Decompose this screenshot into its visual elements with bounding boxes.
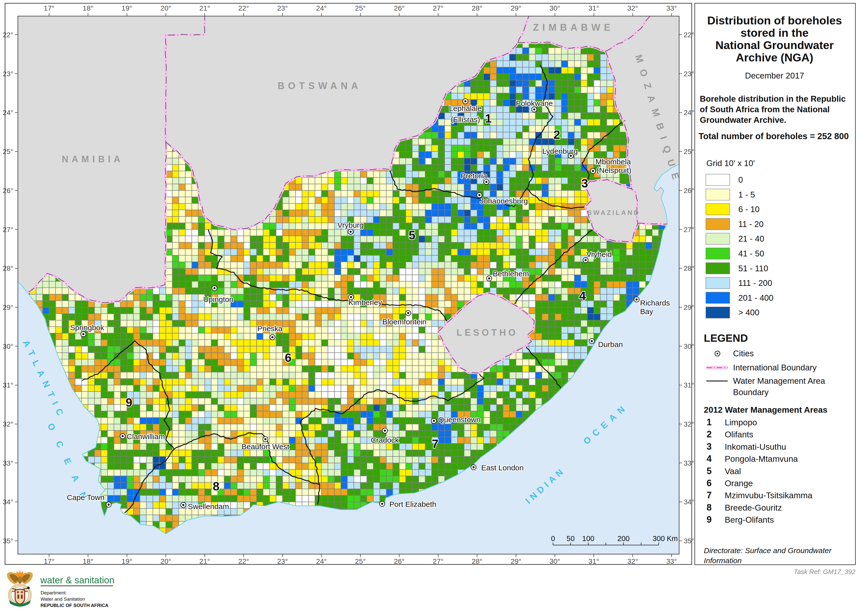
svg-text:24°: 24°	[316, 4, 327, 12]
svg-text:Pretoria: Pretoria	[460, 172, 487, 180]
svg-text:17°: 17°	[44, 557, 54, 565]
svg-text:32°: 32°	[627, 557, 638, 565]
svg-text:3: 3	[581, 177, 588, 190]
svg-text:2012 Water Management Areas: 2012 Water Management Areas	[704, 405, 828, 415]
svg-text:Clanwilliam: Clanwilliam	[127, 432, 165, 441]
svg-text:30°: 30°	[684, 342, 694, 350]
svg-text:31°: 31°	[684, 381, 694, 389]
svg-text:East London: East London	[481, 464, 524, 472]
svg-text:25°: 25°	[355, 4, 366, 12]
svg-text:5: 5	[707, 466, 711, 476]
svg-text:300: 300	[653, 535, 665, 543]
svg-text:(Nelspruit): (Nelspruit)	[597, 166, 631, 175]
svg-text:Lephalale: Lephalale	[449, 104, 482, 113]
svg-text:2: 2	[553, 128, 560, 141]
svg-text:Polokwane: Polokwane	[516, 99, 553, 107]
svg-text:Department:: Department:	[40, 590, 67, 596]
svg-text:Springbok: Springbok	[70, 323, 104, 332]
svg-text:23°: 23°	[3, 70, 13, 78]
svg-text:Bloemfontein: Bloemfontein	[382, 317, 426, 326]
svg-text:100: 100	[582, 535, 594, 543]
svg-text:Directorate: Surface and Groun: Directorate: Surface and Groundwater	[704, 546, 832, 555]
svg-text:24°: 24°	[684, 109, 694, 116]
svg-text:201 - 400: 201 - 400	[738, 293, 773, 303]
svg-text:8: 8	[707, 502, 711, 513]
svg-text:28°: 28°	[3, 265, 13, 272]
svg-text:4: 4	[707, 453, 711, 464]
svg-text:5: 5	[409, 229, 415, 242]
svg-text:35°: 35°	[3, 537, 13, 545]
svg-text:31°: 31°	[589, 557, 599, 565]
svg-text:33°: 33°	[3, 459, 13, 467]
svg-text:20°: 20°	[160, 4, 171, 12]
svg-text:Km: Km	[667, 535, 678, 543]
svg-text:SWAZILAND: SWAZILAND	[587, 209, 640, 217]
svg-text:1: 1	[707, 417, 711, 427]
svg-text:28°: 28°	[472, 557, 482, 565]
svg-text:31°: 31°	[3, 381, 13, 389]
svg-text:Grid 10' x 10': Grid 10' x 10'	[706, 159, 755, 168]
svg-text:27°: 27°	[3, 226, 13, 234]
svg-text:29°: 29°	[511, 557, 521, 565]
svg-text:> 400: > 400	[738, 308, 760, 317]
svg-text:2: 2	[707, 429, 711, 439]
svg-text:Olifants: Olifants	[725, 430, 753, 439]
svg-text:Mzimvubu-Tsitsikamma: Mzimvubu-Tsitsikamma	[725, 491, 812, 500]
svg-text:19°: 19°	[122, 557, 132, 565]
svg-text:Water Management Area: Water Management Area	[733, 376, 825, 385]
svg-text:29°: 29°	[3, 303, 13, 311]
svg-text:24°: 24°	[316, 557, 327, 565]
svg-text:Bay: Bay	[640, 307, 653, 316]
svg-text:National Groundwater: National Groundwater	[715, 39, 834, 52]
svg-text:of South Africa from the Natio: of South Africa from the National	[700, 105, 830, 114]
svg-text:27°: 27°	[684, 226, 694, 234]
svg-text:Kimberley: Kimberley	[348, 298, 382, 306]
svg-text:Cradock: Cradock	[370, 436, 399, 444]
svg-text:Information: Information	[704, 556, 742, 565]
svg-text:30°: 30°	[3, 342, 13, 350]
svg-text:December 2017: December 2017	[745, 71, 804, 80]
svg-text:28°: 28°	[472, 4, 482, 12]
svg-text:stored in the: stored in the	[741, 26, 809, 39]
svg-text:26°: 26°	[684, 187, 694, 195]
svg-text:31°: 31°	[589, 4, 599, 12]
svg-text:34°: 34°	[3, 498, 13, 506]
svg-text:1: 1	[485, 112, 492, 125]
svg-text:25°: 25°	[3, 148, 13, 156]
svg-text:Port Elizabeth: Port Elizabeth	[389, 500, 436, 508]
svg-text:18°: 18°	[82, 557, 93, 565]
svg-text:20°: 20°	[160, 557, 171, 565]
svg-text:Task Ref: GM17_392: Task Ref: GM17_392	[794, 568, 856, 575]
svg-text:22°: 22°	[684, 31, 694, 39]
svg-text:33°: 33°	[684, 459, 694, 467]
svg-text:ZIMBABWE: ZIMBABWE	[533, 22, 614, 33]
svg-text:Vryheid: Vryheid	[586, 250, 612, 258]
svg-text:51 - 110: 51 - 110	[738, 264, 768, 273]
svg-text:Cities: Cities	[733, 349, 754, 358]
svg-text:28°: 28°	[684, 265, 694, 272]
svg-text:6 - 10: 6 - 10	[738, 204, 760, 214]
svg-text:29°: 29°	[511, 4, 521, 12]
svg-text:17°: 17°	[44, 4, 54, 12]
svg-text:LEGEND: LEGEND	[704, 332, 748, 344]
svg-text:34°: 34°	[684, 498, 694, 506]
svg-text:11 - 20: 11 - 20	[738, 220, 764, 229]
svg-text:Durban: Durban	[598, 340, 623, 348]
svg-text:water & sanitation: water & sanitation	[40, 575, 114, 585]
svg-text:LESOTHO: LESOTHO	[457, 327, 518, 338]
svg-text:22°: 22°	[3, 31, 13, 39]
svg-text:Upington: Upington	[203, 295, 233, 303]
svg-text:7: 7	[707, 490, 711, 500]
svg-text:25°: 25°	[684, 148, 694, 156]
svg-text:41 - 50: 41 - 50	[738, 249, 764, 258]
svg-text:Berg-Olifants: Berg-Olifants	[725, 515, 774, 524]
svg-text:6: 6	[285, 351, 291, 364]
svg-text:International Boundary: International Boundary	[733, 363, 817, 372]
svg-text:Limpopo: Limpopo	[725, 418, 757, 427]
svg-text:32°: 32°	[627, 4, 638, 12]
svg-text:111 - 200: 111 - 200	[738, 278, 772, 288]
svg-text:30°: 30°	[549, 557, 560, 565]
svg-text:Richards: Richards	[640, 299, 670, 307]
svg-text:27°: 27°	[433, 4, 443, 12]
svg-text:(Ellisras): (Ellisras)	[451, 115, 480, 124]
